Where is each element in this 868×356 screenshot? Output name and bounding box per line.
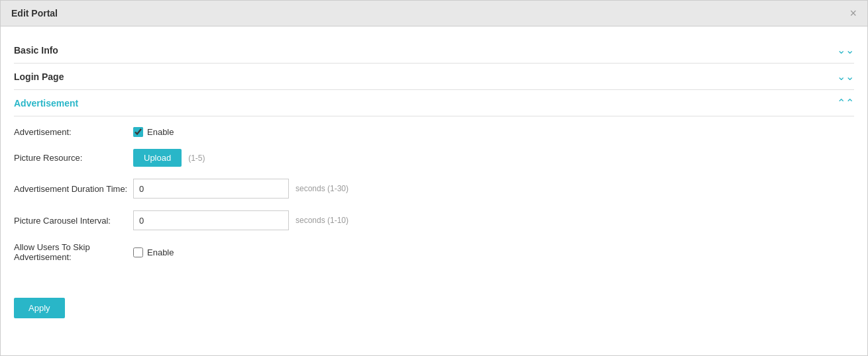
dialog-title: Edit Portal	[11, 8, 58, 19]
carousel-interval-input[interactable]	[133, 210, 289, 230]
advertisement-enable-checkbox[interactable]	[133, 127, 143, 137]
advertisement-section-header[interactable]: Advertisement ⌃⌃	[14, 90, 854, 116]
skip-ad-label: Allow Users To Skip Advertisement:	[14, 242, 133, 262]
login-page-section-header[interactable]: Login Page ⌄⌄	[14, 64, 854, 90]
advertisement-enable-label: Enable	[147, 127, 174, 137]
apply-button[interactable]: Apply	[14, 298, 65, 318]
skip-ad-checkbox[interactable]	[133, 247, 143, 257]
picture-resource-row: Picture Resource: Upload (1-5)	[14, 149, 854, 167]
skip-ad-wrapper: Enable	[133, 247, 174, 257]
carousel-interval-row: Picture Carousel Interval: seconds (1-10…	[14, 210, 854, 230]
basic-info-title: Basic Info	[14, 45, 58, 56]
carousel-interval-control: seconds (1-10)	[133, 210, 349, 230]
advertisement-enable-control: Enable	[133, 127, 174, 137]
advertisement-label: Advertisement:	[14, 127, 133, 137]
dialog-header: Edit Portal ×	[1, 1, 867, 26]
close-button[interactable]: ×	[849, 7, 857, 19]
basic-info-section-header[interactable]: Basic Info ⌄⌄	[14, 37, 854, 64]
skip-ad-control: Enable	[133, 247, 174, 257]
edit-portal-dialog: Edit Portal × Basic Info ⌄⌄ Login Page ⌄…	[0, 0, 868, 356]
picture-resource-hint: (1-5)	[188, 154, 205, 163]
advertisement-section-content: Advertisement: Enable Picture Resource: …	[14, 116, 854, 285]
ad-duration-input[interactable]	[133, 179, 289, 199]
ad-duration-control: seconds (1-30)	[133, 179, 349, 199]
picture-resource-label: Picture Resource:	[14, 153, 133, 163]
upload-button[interactable]: Upload	[133, 149, 182, 167]
carousel-interval-hint: seconds (1-10)	[296, 216, 349, 225]
advertisement-chevron-icon: ⌃⌃	[837, 97, 854, 109]
picture-resource-control: Upload (1-5)	[133, 149, 205, 167]
advertisement-enable-wrapper: Enable	[133, 127, 174, 137]
skip-ad-enable-label: Enable	[147, 247, 174, 257]
ad-duration-row: Advertisement Duration Time: seconds (1-…	[14, 179, 854, 199]
dialog-body: Basic Info ⌄⌄ Login Page ⌄⌄ Advertisemen…	[1, 26, 867, 329]
carousel-interval-label: Picture Carousel Interval:	[14, 216, 133, 226]
skip-ad-row: Allow Users To Skip Advertisement: Enabl…	[14, 242, 854, 262]
login-page-chevron-icon: ⌄⌄	[837, 70, 854, 83]
basic-info-chevron-icon: ⌄⌄	[837, 44, 854, 56]
advertisement-title: Advertisement	[14, 98, 78, 109]
advertisement-enable-row: Advertisement: Enable	[14, 127, 854, 137]
login-page-title: Login Page	[14, 71, 64, 82]
ad-duration-hint: seconds (1-30)	[296, 184, 349, 193]
ad-duration-label: Advertisement Duration Time:	[14, 184, 133, 194]
